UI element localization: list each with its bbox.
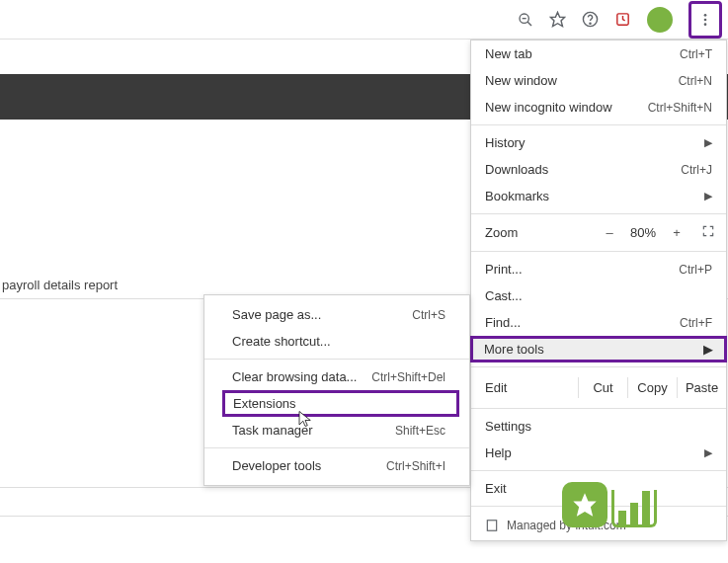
- copy-button[interactable]: Copy: [627, 377, 677, 398]
- label: Exit: [485, 481, 507, 496]
- star-icon[interactable]: [549, 11, 566, 28]
- label: Print...: [485, 262, 523, 277]
- label: New tab: [485, 46, 532, 61]
- menu-cast[interactable]: Cast...: [471, 282, 726, 309]
- menu-settings[interactable]: Settings: [471, 413, 726, 440]
- label: Developer tools: [232, 458, 321, 473]
- svg-rect-10: [487, 521, 496, 531]
- shortcut: Ctrl+P: [679, 263, 712, 277]
- menu-separator: [471, 251, 726, 252]
- label: Save page as...: [232, 307, 321, 322]
- more-tools-submenu: Save page as...Ctrl+S Create shortcut...…: [203, 294, 470, 486]
- label: Extensions: [233, 396, 296, 411]
- zoom-out-icon[interactable]: [518, 12, 533, 28]
- menu-downloads[interactable]: DownloadsCtrl+J: [471, 156, 726, 183]
- shield-icon[interactable]: [614, 11, 631, 28]
- chevron-right-icon: ▶: [704, 446, 712, 459]
- fullscreen-icon[interactable]: [690, 224, 726, 241]
- label: Clear browsing data...: [232, 369, 357, 384]
- menu-separator: [471, 408, 726, 409]
- chevron-right-icon: ▶: [703, 342, 713, 357]
- more-vert-icon[interactable]: [697, 12, 713, 28]
- menu-help[interactable]: Help▶: [471, 440, 726, 466]
- zoom-in-button[interactable]: +: [663, 225, 690, 240]
- shortcut: Ctrl+Shift+N: [648, 101, 712, 115]
- label: History: [485, 135, 525, 150]
- label: Help: [485, 445, 512, 460]
- menu-edit-row: Edit Cut Copy Paste: [471, 371, 726, 404]
- menu-print[interactable]: Print...Ctrl+P: [471, 256, 726, 282]
- zoom-out-button[interactable]: –: [596, 225, 623, 240]
- menu-button-highlight: [688, 1, 722, 39]
- submenu-task-manager[interactable]: Task managerShift+Esc: [204, 417, 469, 443]
- background-widget: [562, 482, 657, 527]
- svg-marker-20: [573, 493, 596, 516]
- menu-separator: [204, 447, 469, 448]
- submenu-extensions[interactable]: Extensions: [222, 390, 459, 417]
- shortcut: Ctrl+F: [680, 316, 712, 330]
- submenu-clear-browsing[interactable]: Clear browsing data...Ctrl+Shift+Del: [204, 363, 469, 390]
- label: Task manager: [232, 423, 313, 438]
- submenu-create-shortcut[interactable]: Create shortcut...: [204, 328, 469, 355]
- shortcut: Ctrl+Shift+I: [386, 459, 445, 473]
- label: Settings: [485, 419, 531, 434]
- label: New incognito window: [485, 100, 612, 115]
- building-icon: [485, 519, 499, 532]
- svg-point-5: [590, 23, 591, 24]
- menu-new-window[interactable]: New windowCtrl+N: [471, 67, 726, 94]
- bars-icon: [611, 490, 657, 527]
- label: New window: [485, 73, 557, 88]
- label: Downloads: [485, 162, 548, 177]
- profile-avatar[interactable]: [647, 7, 673, 33]
- menu-separator: [204, 359, 469, 360]
- chrome-main-menu: New tabCtrl+T New windowCtrl+N New incog…: [470, 40, 727, 541]
- submenu-save-page[interactable]: Save page as...Ctrl+S: [204, 301, 469, 328]
- zoom-value: 80%: [623, 225, 663, 240]
- label: Bookmarks: [485, 189, 549, 203]
- shortcut: Ctrl+N: [679, 74, 712, 88]
- cut-button[interactable]: Cut: [578, 377, 627, 398]
- browser-toolbar: [0, 0, 728, 40]
- help-icon[interactable]: [582, 11, 599, 28]
- chevron-right-icon: ▶: [704, 190, 712, 202]
- menu-separator: [471, 366, 726, 367]
- shortcut: Ctrl+T: [680, 47, 712, 61]
- paste-button[interactable]: Paste: [677, 377, 726, 398]
- label: Zoom: [485, 225, 596, 240]
- svg-line-1: [527, 22, 531, 26]
- menu-separator: [471, 124, 726, 125]
- menu-separator: [471, 470, 726, 471]
- menu-history[interactable]: History▶: [471, 129, 726, 156]
- submenu-developer-tools[interactable]: Developer toolsCtrl+Shift+I: [204, 452, 469, 479]
- star-badge-icon: [562, 482, 607, 527]
- menu-find[interactable]: Find...Ctrl+F: [471, 309, 726, 336]
- menu-new-tab[interactable]: New tabCtrl+T: [471, 40, 726, 67]
- shortcut: Ctrl+S: [412, 308, 445, 322]
- page-visible-text: payroll details report: [2, 278, 118, 292]
- label: Cast...: [485, 288, 523, 303]
- label: Edit: [485, 380, 578, 395]
- shortcut: Shift+Esc: [395, 424, 445, 438]
- label: Find...: [485, 315, 521, 330]
- menu-bookmarks[interactable]: Bookmarks▶: [471, 183, 726, 209]
- menu-more-tools[interactable]: More tools▶: [470, 336, 727, 362]
- menu-zoom: Zoom – 80% +: [471, 218, 726, 247]
- label: Create shortcut...: [232, 334, 331, 349]
- svg-point-8: [704, 18, 707, 21]
- shortcut: Ctrl+J: [681, 163, 712, 177]
- svg-marker-3: [550, 12, 564, 26]
- svg-point-9: [704, 23, 707, 26]
- shortcut: Ctrl+Shift+Del: [371, 370, 445, 384]
- chevron-right-icon: ▶: [704, 136, 712, 149]
- menu-separator: [471, 213, 726, 214]
- label: More tools: [484, 342, 544, 357]
- svg-point-7: [704, 14, 707, 17]
- menu-new-incognito[interactable]: New incognito windowCtrl+Shift+N: [471, 94, 726, 121]
